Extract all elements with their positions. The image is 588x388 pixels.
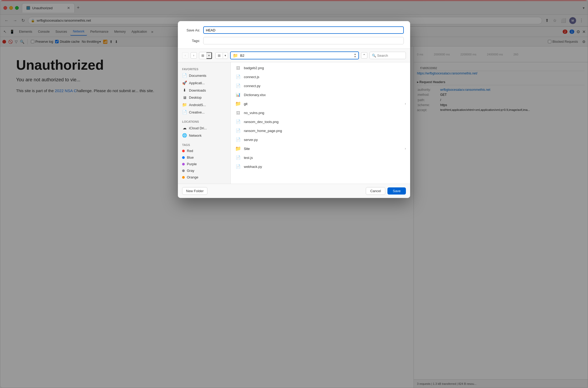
sidebar-item-icloud[interactable]: ☁ iCloud Dri... [180,124,228,132]
creative-icon: 📄 [182,110,187,115]
purple-tag-label: Purple [187,162,197,166]
favorites-label: Favorites [180,67,228,72]
save-dialog-footer: New Folder Cancel Save [178,184,410,198]
file-item-connect-js[interactable]: 📄 connect.js [231,72,410,81]
modal-backdrop: Save As: Tags: ‹ › ⊞ ▾ ⊞ ▾ [0,0,588,388]
file-icon-webhack-py: 📄 [235,163,241,170]
save-as-label: Save As: [184,28,200,32]
file-item-badgeb2[interactable]: 🖼 badgeb2.png [231,63,410,72]
androids-icon: 📁 [182,102,187,107]
file-list: 🖼 badgeb2.png 📄 connect.js 📄 connect.py … [231,62,410,184]
gray-tag-label: Gray [187,169,194,173]
file-icon-connect-py: 📄 [235,83,241,89]
save-dialog-nav: ‹ › ⊞ ▾ ⊞ ▾ 📁 B2 ▲ ▼ [178,49,410,62]
file-name-server-py: server.py [244,138,406,142]
file-item-connect-py[interactable]: 📄 connect.py [231,81,410,90]
file-name-ransom-dev: ransom_dev_tools.png [244,120,406,124]
sidebar-downloads-label: Downloads [189,88,206,92]
file-icon-site: 📁 [235,145,241,152]
file-item-git[interactable]: 📁 git › [231,99,410,108]
tags-input[interactable] [203,37,404,44]
file-name-dictionary: Dictionary.xlsx [244,93,406,97]
sidebar-item-applications[interactable]: 🚀 Applicati... [180,79,228,87]
sidebar-item-network[interactable]: 🌐 Network [180,132,228,139]
nav-back-arrow[interactable]: ‹ [182,52,188,59]
sidebar-tag-purple[interactable]: Purple [180,161,228,167]
file-item-dictionary[interactable]: 📊 Dictionary.xlsx [231,90,410,99]
search-input[interactable] [377,54,404,58]
sidebar-tag-orange[interactable]: Orange [180,174,228,181]
file-name-connect-js: connect.js [244,75,406,79]
sidebar-tag-red[interactable]: Red [180,148,228,154]
red-tag-dot [182,150,185,152]
sidebar-documents-label: Documents [189,74,206,78]
applications-icon: 🚀 [182,81,187,85]
orange-tag-label: Orange [187,175,198,179]
sidebar-icloud-label: iCloud Dri... [189,126,207,130]
sidebar-creative-label: Creative... [189,110,205,114]
file-item-no-vulns[interactable]: 🖼 no_vulns.png [231,108,410,117]
sidebar-item-documents[interactable]: 📄 Documents [180,72,228,79]
file-name-git: git [244,102,402,106]
purple-tag-dot [182,163,185,165]
sidebar-desktop-label: Desktop [189,96,202,100]
file-icon-ransom-dev: 📄 [235,119,241,125]
location-folder-icon: 📁 [233,53,238,58]
save-dialog-body: Favorites 📄 Documents 🚀 Applicati... ⬇ D… [178,62,410,184]
search-icon: 🔍 [372,54,376,58]
file-icon-git: 📁 [235,101,241,107]
list-view-chevron[interactable]: ▾ [206,52,212,59]
file-item-site[interactable]: 📁 Site › [231,144,410,153]
orange-tag-dot [182,176,185,179]
file-icon-server-py: 📄 [235,136,241,143]
save-dialog-top: Save As: Tags: [178,21,410,49]
sidebar-applications-label: Applicati... [189,81,205,85]
sidebar-item-androids[interactable]: 📁 AndroidS... [180,101,228,108]
file-item-ransom-dev[interactable]: 📄 ransom_dev_tools.png [231,117,410,126]
file-icon-dictionary: 📊 [235,92,241,98]
file-name-ransom-home: ransom_home_page.png [244,129,406,133]
sidebar-tag-blue[interactable]: Blue [180,154,228,161]
location-dropdown[interactable]: 📁 B2 ▲ ▼ [230,51,359,59]
file-item-ransom-home[interactable]: 📄 ransom_home_page.png [231,126,410,135]
file-icon-ransom-home: 📄 [235,127,241,134]
file-item-webhack-py[interactable]: 📄 webhack.py [231,162,410,171]
file-name-connect-py: connect.py [244,84,406,88]
save-as-input[interactable] [203,26,404,34]
sidebar-androids-label: AndroidS... [189,103,206,107]
nav-forward-arrow[interactable]: › [191,52,197,59]
tags-section-label: Tags [180,142,228,148]
file-name-webhack-py: webhack.py [244,165,406,169]
icloud-icon: ☁ [182,126,187,130]
blue-tag-dot [182,156,185,159]
location-arrows: ▲ ▼ [354,53,356,58]
file-name-site: Site [244,147,402,151]
sidebar-item-desktop[interactable]: 🖥 Desktop [180,94,228,101]
file-icon-badgeb2: 🖼 [235,65,241,71]
documents-icon: 📄 [182,73,187,78]
save-dialog: Save As: Tags: ‹ › ⊞ ▾ ⊞ ▾ [178,21,410,198]
blue-tag-label: Blue [187,155,194,159]
git-folder-chevron: › [405,102,406,106]
search-wrapper: 🔍 [369,52,406,59]
tags-label: Tags: [184,39,200,43]
desktop-icon: 🖥 [182,95,187,100]
save-button[interactable]: Save [387,187,406,195]
file-icon-no-vulns: 🖼 [235,110,241,116]
file-item-test-js[interactable]: 📄 test.js [231,153,410,162]
tags-row: Tags: [184,37,404,44]
cancel-button[interactable]: Cancel [366,187,385,195]
sidebar-network-label: Network [189,134,202,138]
location-name: B2 [240,54,352,58]
new-folder-button[interactable]: New Folder [182,187,207,195]
sidebar-item-downloads[interactable]: ⬇ Downloads [180,87,228,94]
grid-view-button[interactable]: ⊞ ▾ [215,52,228,59]
file-name-badgeb2: badgeb2.png [244,66,406,70]
list-view-button[interactable]: ⊞ [199,53,206,59]
view-toggle: ⊞ ▾ [199,52,212,59]
expand-button[interactable]: ⌃ [361,52,367,59]
file-item-server-py[interactable]: 📄 server.py [231,135,410,144]
sidebar-item-creative[interactable]: 📄 Creative... [180,108,228,116]
downloads-icon: ⬇ [182,88,187,93]
sidebar-tag-gray[interactable]: Gray [180,167,228,174]
